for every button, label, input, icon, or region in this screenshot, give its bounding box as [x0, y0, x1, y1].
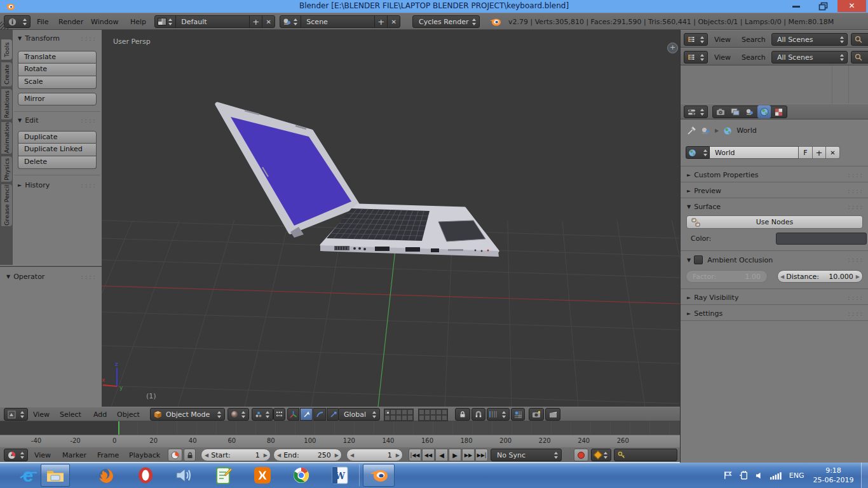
laptop-touchpad[interactable]	[438, 220, 485, 241]
lock-to-scene-button[interactable]	[455, 408, 470, 421]
record-button[interactable]	[574, 449, 588, 461]
outliner-filter-selector[interactable]: All Scenes	[771, 51, 848, 64]
layer-cell[interactable]	[442, 415, 447, 421]
jump-to-end-button[interactable]: ▶▶|	[475, 449, 488, 461]
manipulator-rotate-button[interactable]	[313, 408, 326, 421]
menu-render[interactable]: Render	[58, 13, 83, 30]
active-keying-set-field[interactable]	[614, 449, 677, 461]
tab-relations[interactable]: Relations	[1, 88, 13, 120]
menu-window[interactable]: Window	[91, 13, 118, 30]
add-layout-button[interactable]: +	[250, 16, 262, 27]
add-scene-button[interactable]: +	[375, 16, 388, 27]
scene-name[interactable]: Scene	[301, 16, 375, 27]
laptop-model[interactable]	[217, 104, 499, 257]
menu-marker[interactable]: Marker	[62, 447, 86, 463]
surface-panel-header[interactable]: ▼ Surface ::::	[687, 203, 864, 211]
duplicate-button[interactable]: Duplicate	[18, 131, 97, 144]
scale-button[interactable]: Scale	[18, 76, 97, 89]
power-plug-icon[interactable]	[738, 470, 749, 480]
custom-properties-panel-header[interactable]: ► Custom Properties ::::	[687, 171, 864, 179]
tab-physics[interactable]: Physics	[1, 156, 13, 182]
color-swatch[interactable]	[776, 233, 867, 245]
editor-type-properties-dropdown[interactable]	[684, 105, 708, 118]
layer-cell[interactable]	[424, 409, 430, 415]
menu-object[interactable]: Object	[117, 407, 140, 422]
panel-grip[interactable]: ::::	[80, 36, 97, 42]
panel-grip[interactable]: ::::	[80, 118, 97, 124]
network-signal-icon[interactable]	[770, 471, 782, 480]
pin-icon[interactable]	[687, 126, 696, 135]
time-indicator-button[interactable]	[168, 449, 182, 461]
tab-render-layers[interactable]	[729, 108, 742, 116]
action-center-flag-icon[interactable]	[723, 470, 733, 480]
panel-grip[interactable]: ::::	[80, 274, 97, 280]
snap-element-selector[interactable]	[487, 408, 510, 421]
taskbar-item-volume[interactable]	[173, 465, 195, 485]
id-name-field[interactable]: World	[710, 146, 799, 159]
menu-playback[interactable]: Playback	[129, 447, 160, 463]
duplicate-linked-button[interactable]: Duplicate Linked	[18, 144, 97, 156]
tab-texture[interactable]	[772, 108, 785, 116]
ao-checkbox[interactable]	[694, 255, 703, 264]
mode-selector[interactable]: Object Mode	[150, 408, 225, 421]
jump-to-start-button[interactable]: |◀◀	[409, 449, 421, 461]
collapse-region-button[interactable]: +	[667, 43, 678, 53]
layer-cell[interactable]	[384, 409, 390, 415]
world-breadcrumb-icon[interactable]	[723, 126, 732, 135]
layer-cell[interactable]	[430, 409, 436, 415]
transform-panel-header[interactable]: ▼ Transform ::::	[18, 34, 97, 43]
viewport-3d[interactable]: User Persp + z x y (1)	[102, 30, 680, 407]
history-panel-header[interactable]: ► History ::::	[18, 181, 97, 189]
viewport-shading-selector[interactable]	[227, 408, 249, 421]
outliner-filter-selector[interactable]: All Scenes	[771, 33, 848, 46]
play-button[interactable]: ▶	[449, 449, 461, 461]
tab-animation[interactable]: Animation	[1, 121, 13, 154]
outliner-tree-area[interactable]	[681, 65, 868, 104]
preview-panel-header[interactable]: ► Preview ::::	[687, 187, 864, 195]
render-still-button[interactable]	[529, 408, 544, 421]
language-indicator[interactable]: ENG	[789, 471, 804, 480]
layers-group-2[interactable]	[418, 409, 448, 421]
layer-cell[interactable]	[396, 415, 402, 421]
tab-create[interactable]: Create	[1, 62, 13, 87]
taskbar-item-chrome[interactable]	[290, 465, 312, 485]
tab-world[interactable]	[757, 105, 771, 118]
taskbar-item-word[interactable]: W	[329, 465, 351, 485]
menu-search[interactable]: Search	[742, 48, 766, 66]
ao-factor-field[interactable]: Factor: 1.00	[686, 270, 768, 283]
timeline-ruler[interactable]: -40-200204060801001201401601802002202402…	[0, 435, 680, 447]
layer-cell[interactable]	[424, 415, 430, 421]
delete-button[interactable]: Delete	[18, 156, 97, 169]
clock[interactable]: 9:18 25-06-2019	[813, 466, 854, 485]
layer-cell[interactable]	[402, 415, 407, 421]
delete-scene-button[interactable]: ✕	[388, 16, 400, 27]
current-frame-line[interactable]	[118, 421, 119, 435]
region-divider[interactable]	[0, 265, 102, 267]
menu-view[interactable]: View	[714, 30, 731, 48]
tab-render[interactable]	[714, 108, 728, 116]
taskbar-item-xampp[interactable]	[252, 465, 273, 485]
close-button[interactable]: ✕	[837, 0, 866, 12]
layer-cell[interactable]	[390, 409, 396, 415]
jump-back-button[interactable]: ◀◀	[422, 449, 435, 461]
show-desktop-button[interactable]	[861, 463, 868, 488]
layer-cell[interactable]	[436, 409, 442, 415]
scene-breadcrumb-icon[interactable]	[701, 126, 710, 135]
outliner-search-field[interactable]	[851, 33, 868, 46]
tab-scene[interactable]	[743, 108, 756, 116]
edit-panel-header[interactable]: ▼ Edit ::::	[18, 116, 97, 125]
start-frame-field[interactable]: ◀ Start: 1 ▶	[201, 449, 271, 461]
outliner-search-field[interactable]	[851, 51, 868, 64]
rotate-button[interactable]: Rotate	[18, 64, 97, 76]
keying-set-selector[interactable]	[591, 449, 611, 461]
snap-toggle-button[interactable]	[471, 408, 485, 421]
menu-frame[interactable]: Frame	[97, 447, 119, 463]
new-id-button[interactable]: +	[813, 146, 826, 159]
snap-peel-button[interactable]	[511, 408, 525, 421]
tab-grease-pencil[interactable]: Grease Pencil	[1, 184, 13, 227]
render-animation-button[interactable]	[545, 408, 560, 421]
operator-panel-header[interactable]: ▼ Operator ::::	[6, 273, 97, 281]
layer-cell[interactable]	[419, 409, 424, 415]
menu-view[interactable]: View	[33, 407, 50, 422]
ray-visibility-panel-header[interactable]: ► Ray Visibility ::::	[687, 294, 864, 302]
